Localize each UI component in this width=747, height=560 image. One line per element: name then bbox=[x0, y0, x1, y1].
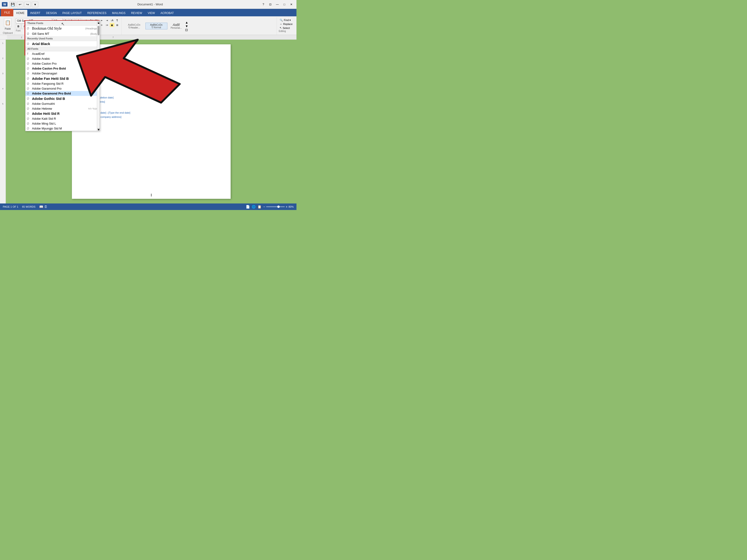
tab-mailings[interactable]: MAILINGS bbox=[109, 10, 128, 16]
font-list-scroll[interactable]: T AcadEref O Adobe Arabic أيجد هوز O Ado… bbox=[25, 51, 100, 131]
tab-acrobat[interactable]: ACROBAT bbox=[158, 10, 177, 16]
justify-button[interactable]: ≡ bbox=[99, 23, 104, 27]
font-panel: Theme Fonts O Bookman Old Style (Heading… bbox=[25, 21, 100, 131]
font-item-bookman[interactable]: O Bookman Old Style (Headings) bbox=[25, 26, 100, 31]
zoom-thumb bbox=[277, 206, 280, 208]
shading-button[interactable]: ▣ bbox=[110, 23, 114, 27]
find-button[interactable]: 🔍 Find ▾ bbox=[279, 18, 294, 22]
font-item-gillsans[interactable]: O Gill Sans MT (Body) bbox=[25, 31, 100, 36]
styles-group: AaBbCcDc ¶ Header... AaBbCcDc ¶ Normal A… bbox=[122, 17, 277, 35]
maximize-button[interactable]: □ bbox=[281, 2, 288, 7]
status-right: 📄 🌐 📋 − + 80% bbox=[246, 205, 294, 209]
help-button[interactable]: ? bbox=[260, 2, 266, 7]
zoom-level: 80% bbox=[288, 205, 294, 208]
status-bar: PAGE 1 OF 1 65 WORDS 📖 🗓 📄 🌐 📋 − + 80% bbox=[0, 204, 297, 210]
paste-label: Paste bbox=[5, 28, 11, 30]
title-bar: W 💾 ↩ ↪ ▾ Document1 - Word ? ⊡ — □ ✕ bbox=[0, 0, 297, 9]
font-item-adobe-garamond-bold[interactable]: O Adobe Garamond Pro Bold bbox=[25, 91, 100, 96]
side-ruler: 1 2 3 4 5 bbox=[0, 40, 6, 204]
undo-button[interactable]: ↩ bbox=[17, 2, 23, 7]
cursor-blink bbox=[151, 194, 152, 196]
font-item-arial-black[interactable]: O Arial Black bbox=[25, 41, 100, 47]
tab-insert[interactable]: INSERT bbox=[27, 10, 43, 16]
font-item-adobe-fan-heiti[interactable]: O Adobe Fan Heiti Std B bbox=[25, 76, 100, 81]
doc-line-3: [Type the start date] –[Type the end dat… bbox=[83, 111, 219, 115]
borders-button[interactable]: ⊞ bbox=[115, 23, 120, 27]
font-item-adobe-hebrew[interactable]: O Adobe Hebrew אבגד הוז bbox=[25, 106, 100, 111]
layout-icon[interactable]: 🗓 bbox=[44, 205, 47, 209]
font-group-label: Font bbox=[16, 29, 21, 32]
zoom-in-button[interactable]: + bbox=[286, 205, 288, 209]
font-item-adobe-fangsong[interactable]: O Adobe Fangsong Std R bbox=[25, 81, 100, 86]
zoom-slider[interactable] bbox=[266, 206, 285, 207]
bold-button[interactable]: B bbox=[16, 24, 21, 29]
increase-indent-button[interactable]: ⇥ bbox=[105, 18, 109, 22]
font-item-adobe-arabic[interactable]: O Adobe Arabic أيجد هوز bbox=[25, 56, 100, 61]
customize-button[interactable]: ▾ bbox=[32, 2, 38, 7]
restore-button[interactable]: ⊡ bbox=[267, 2, 274, 7]
zoom-controls: − + 80% bbox=[263, 205, 294, 209]
style-header-item[interactable]: AaBbCcDc ¶ Header... bbox=[124, 23, 145, 29]
tab-file[interactable]: FILE bbox=[1, 9, 13, 16]
all-fonts-header: All Fonts bbox=[25, 47, 100, 51]
font-item-adobe-kaiti[interactable]: O Adobe Kaiti Std R bbox=[25, 116, 100, 121]
tab-design[interactable]: DESIGN bbox=[43, 10, 59, 16]
font-item-adobe-caslon[interactable]: O Adobe Caslon Pro bbox=[25, 61, 100, 66]
doc-line-1: [Type the completion date] bbox=[83, 96, 219, 100]
replace-button[interactable]: ↔ Replace bbox=[279, 22, 294, 26]
sort-button[interactable]: ↕A bbox=[110, 18, 114, 22]
document-content: [Type the completion date] [Accomplishme… bbox=[83, 54, 219, 123]
decrease-indent-button[interactable]: ⇤ bbox=[99, 18, 104, 22]
document-title: Document1 - Word bbox=[40, 3, 260, 6]
style-personal-item[interactable]: AaBl Personal... bbox=[168, 22, 185, 30]
doc-line-5: s] bbox=[83, 119, 219, 123]
word-logo: W bbox=[2, 2, 7, 6]
font-panel-scrollbar[interactable]: ▲ ▼ bbox=[97, 21, 100, 131]
scroll-up-arrow[interactable]: ▲ bbox=[97, 21, 100, 24]
font-item-acadref[interactable]: T AcadEref bbox=[25, 51, 100, 56]
recently-used-header: Recently Used Fonts bbox=[25, 36, 100, 41]
save-button[interactable]: 💾 bbox=[9, 2, 16, 7]
style-normal-item[interactable]: AaBbCcDc ¶ Normal bbox=[146, 23, 168, 29]
proofing-icons: 📖 🗓 bbox=[39, 205, 47, 209]
line-spacing-button[interactable]: ↕≡ bbox=[105, 23, 109, 27]
editing-group: 🔍 Find ▾ ↔ Replace ↖ Select Editing bbox=[277, 17, 295, 35]
font-item-adobe-garamond[interactable]: O Adobe Garamond Pro bbox=[25, 86, 100, 91]
font-item-adobe-ming[interactable]: O Adobe Ming Std L bbox=[25, 121, 100, 126]
tab-home[interactable]: HOME bbox=[13, 10, 27, 16]
tab-review[interactable]: REVIEW bbox=[128, 10, 145, 16]
font-item-adobe-heiti[interactable]: O Adobe Heiti Std R bbox=[25, 111, 100, 116]
paste-button[interactable]: 📋 bbox=[4, 18, 11, 27]
page-info: PAGE 1 OF 1 bbox=[3, 205, 18, 208]
word-count: 65 WORDS bbox=[22, 205, 35, 208]
theme-fonts-header: Theme Fonts bbox=[25, 21, 100, 26]
font-item-adobe-myungjo[interactable]: O Adobe Myungjo Std M bbox=[25, 126, 100, 131]
clipboard-label: Clipboard bbox=[3, 32, 13, 35]
show-hide-button[interactable]: ¶ bbox=[115, 18, 120, 22]
view-web-icon[interactable]: 🌐 bbox=[252, 205, 256, 209]
scroll-down-arrow[interactable]: ▼ bbox=[97, 128, 100, 130]
view-read-icon[interactable]: 📋 bbox=[257, 205, 261, 209]
tab-references[interactable]: REFERENCES bbox=[84, 10, 109, 16]
editing-label: Editing bbox=[279, 30, 294, 33]
styles-scroll-up[interactable]: ▲ ▼ ⊡ bbox=[185, 21, 188, 32]
select-button[interactable]: ↖ Select bbox=[279, 26, 294, 30]
redo-button[interactable]: ↪ bbox=[24, 2, 31, 7]
scroll-thumb[interactable] bbox=[98, 26, 99, 35]
quick-access-toolbar: 💾 ↩ ↪ ▾ bbox=[9, 2, 38, 7]
tab-page-layout[interactable]: PAGE LAYOUT bbox=[59, 10, 84, 16]
font-item-adobe-gothic[interactable]: O Adobe Gothic Std B bbox=[25, 96, 100, 101]
zoom-out-button[interactable]: − bbox=[263, 205, 265, 209]
doc-line-4: [me] [Type the company address] bbox=[83, 115, 219, 119]
close-button[interactable]: ✕ bbox=[288, 2, 294, 7]
view-document-icon[interactable]: 📄 bbox=[246, 205, 250, 209]
font-item-adobe-caslon-bold[interactable]: O Adobe Caslon Pro Bold bbox=[25, 66, 100, 71]
minimize-button[interactable]: — bbox=[274, 2, 281, 7]
font-item-adobe-gurmukhi[interactable]: O Adobe Gurmukhi bbox=[25, 101, 100, 106]
ribbon-tabs: FILE HOME INSERT DESIGN PAGE LAYOUT REFE… bbox=[0, 9, 297, 16]
font-item-adobe-devanagari[interactable]: O Adobe Devanagari देवनागारी bbox=[25, 71, 100, 76]
tab-view[interactable]: VIEW bbox=[145, 10, 158, 16]
proofing-icon[interactable]: 📖 bbox=[39, 205, 43, 209]
clipboard-group: 📋 Paste Clipboard bbox=[1, 17, 15, 35]
doc-line-2: [Accomplishments] bbox=[83, 100, 219, 104]
